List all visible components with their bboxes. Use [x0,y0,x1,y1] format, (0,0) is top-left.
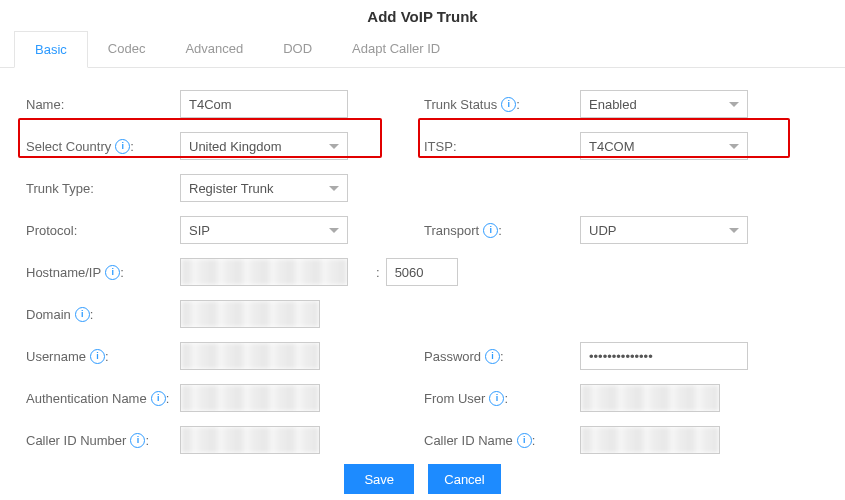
colon: : [504,391,508,406]
label-caller-id-name: Caller ID Name [424,433,513,448]
select-country-select[interactable]: United Kingdom [180,132,348,160]
tab-dod[interactable]: DOD [263,31,332,67]
port-separator: : [376,265,380,280]
colon: : [130,139,134,154]
label-username: Username [26,349,86,364]
label-domain: Domain [26,307,71,322]
trunk-type-select[interactable]: Register Trunk [180,174,348,202]
label-password: Password [424,349,481,364]
info-icon[interactable]: i [90,349,105,364]
colon: : [532,433,536,448]
colon: : [500,349,504,364]
tab-bar: Basic Codec Advanced DOD Adapt Caller ID [0,31,845,68]
save-button[interactable]: Save [344,464,414,494]
trunk-type-value: Register Trunk [189,181,274,196]
name-input[interactable] [180,90,348,118]
tab-basic[interactable]: Basic [14,31,88,68]
chevron-down-icon [729,228,739,233]
caller-id-number-input[interactable] [180,426,320,454]
colon: : [498,223,502,238]
tab-adapt-caller-id[interactable]: Adapt Caller ID [332,31,460,67]
hostname-input[interactable] [180,258,348,286]
colon: : [105,349,109,364]
label-hostname: Hostname/IP [26,265,101,280]
info-icon[interactable]: i [105,265,120,280]
colon: : [90,307,94,322]
colon: : [145,433,149,448]
password-input[interactable] [580,342,748,370]
port-input[interactable] [386,258,458,286]
domain-input[interactable] [180,300,320,328]
chevron-down-icon [729,102,739,107]
chevron-down-icon [329,186,339,191]
label-from-user: From User [424,391,485,406]
info-icon[interactable]: i [483,223,498,238]
chevron-down-icon [729,144,739,149]
label-transport: Transport [424,223,479,238]
trunk-status-select[interactable]: Enabled [580,90,748,118]
label-name: Name: [26,97,64,112]
label-itsp: ITSP: [424,139,457,154]
label-trunk-type: Trunk Type: [26,181,94,196]
info-icon[interactable]: i [501,97,516,112]
info-icon[interactable]: i [115,139,130,154]
info-icon[interactable]: i [517,433,532,448]
label-trunk-status: Trunk Status [424,97,497,112]
chevron-down-icon [329,228,339,233]
info-icon[interactable]: i [485,349,500,364]
info-icon[interactable]: i [489,391,504,406]
from-user-input[interactable] [580,384,720,412]
itsp-value: T4COM [589,139,635,154]
transport-select[interactable]: UDP [580,216,748,244]
page-title: Add VoIP Trunk [0,0,845,31]
cancel-button[interactable]: Cancel [428,464,500,494]
tab-advanced[interactable]: Advanced [165,31,263,67]
form-body: Name: Trunk Status i: Enabled Select Cou… [0,68,845,460]
protocol-select[interactable]: SIP [180,216,348,244]
colon: : [120,265,124,280]
username-input[interactable] [180,342,320,370]
label-select-country: Select Country [26,139,111,154]
info-icon[interactable]: i [75,307,90,322]
trunk-status-value: Enabled [589,97,637,112]
label-auth-name: Authentication Name [26,391,147,406]
protocol-value: SIP [189,223,210,238]
label-caller-id-num: Caller ID Number [26,433,126,448]
transport-value: UDP [589,223,616,238]
caller-id-name-input[interactable] [580,426,720,454]
select-country-value: United Kingdom [189,139,282,154]
info-icon[interactable]: i [151,391,166,406]
info-icon[interactable]: i [130,433,145,448]
colon: : [516,97,520,112]
label-protocol: Protocol: [26,223,77,238]
tab-codec[interactable]: Codec [88,31,166,67]
auth-name-input[interactable] [180,384,320,412]
itsp-select[interactable]: T4COM [580,132,748,160]
chevron-down-icon [329,144,339,149]
colon: : [166,391,170,406]
button-bar: Save Cancel [0,464,845,494]
